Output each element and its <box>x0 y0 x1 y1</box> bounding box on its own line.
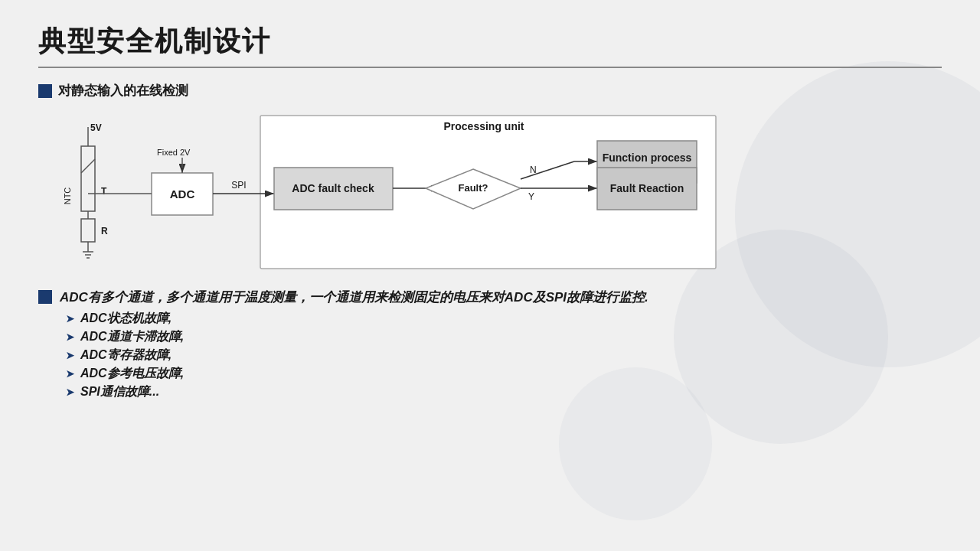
bullet-list: ADC状态机故障, ADC通道卡滞故障, ADC寄存器故障, ADC参考电压故障… <box>66 311 942 400</box>
list-item: ADC寄存器故障, <box>66 347 942 364</box>
processing-unit-label: Processing unit <box>443 120 524 132</box>
section-heading-text: 对静态输入的在线检测 <box>58 82 188 99</box>
adc-label: ADC <box>170 187 195 201</box>
adc-fault-check-label: ADC fault check <box>292 182 374 194</box>
fault-diamond-label: Fault? <box>459 182 488 194</box>
spi-label: SPI <box>231 180 246 191</box>
desc-main-text: ADC有多个通道，多个通道用于温度测量，一个通道用来检测固定的电压来对ADC及S… <box>60 288 648 308</box>
diagram-wrapper: Processing unit ADC SPI ADC fault check … <box>38 112 942 272</box>
svg-rect-11 <box>81 146 95 211</box>
svg-rect-13 <box>81 219 95 242</box>
fault-y-label: Y <box>528 191 534 202</box>
list-item: ADC通道卡滞故障, <box>66 329 942 345</box>
list-item: SPI通信故障... <box>66 384 942 400</box>
voltage-label: 5V <box>90 122 102 133</box>
ntc-label: NTC <box>63 187 72 205</box>
svg-line-12 <box>81 159 95 173</box>
section-heading: 对静态输入的在线检测 <box>38 82 942 99</box>
fixed-2v-label: Fixed 2V <box>157 148 191 157</box>
r-label: R <box>101 226 108 236</box>
desc-main: ADC有多个通道，多个通道用于温度测量，一个通道用来检测固定的电压来对ADC及S… <box>38 288 942 308</box>
function-process-label: Function process <box>603 152 692 164</box>
page-title: 典型安全机制设计 <box>38 23 942 68</box>
section-bullet <box>38 84 52 98</box>
fault-reaction-label: Fault Reaction <box>610 182 684 194</box>
list-item: ADC状态机故障, <box>66 311 942 327</box>
description-block: ADC有多个通道，多个通道用于温度测量，一个通道用来检测固定的电压来对ADC及S… <box>38 288 942 400</box>
t-label: T <box>101 186 107 197</box>
list-item: ADC参考电压故障, <box>66 366 942 382</box>
desc-bullet <box>38 290 52 304</box>
processing-unit-diagram: Processing unit ADC SPI ADC fault check … <box>38 112 727 272</box>
